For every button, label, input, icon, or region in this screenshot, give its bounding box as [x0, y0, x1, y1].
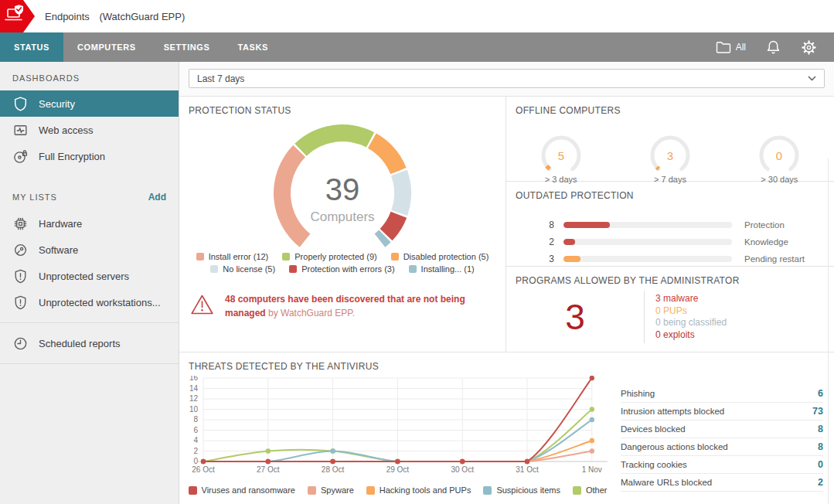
sidebar-item-unprotected-workstations[interactable]: Unprotected workstations... — [0, 289, 179, 315]
protection-status-panel: PROTECTION STATUS 39 Computers Install e… — [179, 97, 506, 352]
unmanaged-computers-warning[interactable]: 48 computers have been discovered that a… — [190, 292, 492, 320]
programs-item-pups[interactable]: 0 PUPs — [655, 305, 727, 318]
programs-allowed-panel: PROGRAMS ALLOWED BY THE ADMINISTRATOR 3 … — [506, 267, 834, 352]
legend-item: Spyware — [308, 485, 354, 495]
scrollbar-track[interactable] — [828, 158, 829, 504]
stat-row-phishing[interactable]: Phishing 6 — [621, 385, 823, 403]
svg-text:28 Oct: 28 Oct — [322, 465, 345, 474]
stat-row-tracking-cookies[interactable]: Tracking cookies 0 — [621, 456, 823, 474]
legend-item: Other — [573, 485, 608, 495]
programs-item-malware[interactable]: 3 malware — [655, 293, 727, 305]
outdated-bar-pending-restart[interactable]: 3 Pending restart — [506, 250, 834, 267]
programs-allowed-breakdown: 3 malware 0 PUPs 0 being classified 0 ex… — [655, 293, 727, 341]
shield-icon — [12, 96, 29, 112]
threats-detected-panel: THREATS DETECTED BY THE ANTIVIRUS 26 Oct… — [179, 352, 834, 504]
sidebar-item-label: Unprotected workstations... — [39, 297, 161, 308]
chevron-down-icon — [808, 76, 816, 81]
notifications-button[interactable] — [766, 39, 781, 55]
tab-status[interactable]: STATUS — [0, 32, 63, 62]
sidebar-item-scheduled-reports[interactable]: Scheduled reports — [0, 330, 179, 356]
legend-item: Disabled protection (5) — [391, 252, 489, 261]
offline-gauge-7-days[interactable]: 3 > 7 days — [615, 135, 724, 184]
group-filter-button[interactable]: All — [716, 40, 746, 54]
svg-text:6: 6 — [193, 426, 198, 434]
bell-icon — [766, 39, 781, 55]
sidebar-item-web-access[interactable]: Web access — [0, 117, 179, 143]
svg-text:30 Oct: 30 Oct — [451, 465, 474, 474]
main-content: Last 7 days PROTECTION STATUS 39 Compute… — [179, 62, 834, 504]
sidebar-item-unprotected-servers[interactable]: Unprotected servers — [0, 263, 179, 289]
threats-chart-legend: Viruses and ransomware Spyware Hacking t… — [179, 485, 616, 495]
legend-item: Installing... (1) — [409, 264, 475, 274]
offline-gauge-3-days[interactable]: 5 > 3 days — [506, 135, 615, 184]
sidebar-item-hardware[interactable]: Hardware — [0, 210, 179, 237]
svg-text:3: 3 — [667, 149, 673, 162]
svg-text:4: 4 — [193, 436, 198, 444]
warning-triangle-icon — [190, 294, 214, 315]
svg-text:0: 0 — [776, 149, 782, 162]
programs-allowed-count[interactable]: 3 — [506, 296, 644, 338]
tab-settings[interactable]: SETTINGS — [150, 32, 224, 62]
svg-text:5: 5 — [557, 149, 563, 162]
svg-text:0: 0 — [193, 457, 198, 465]
shield-alert-icon — [12, 295, 29, 311]
main-nav: STATUS COMPUTERS SETTINGS TASKS All — [0, 32, 834, 62]
time-range-value: Last 7 days — [197, 73, 244, 84]
protection-status-legend: Install error (12) Properly protected (9… — [179, 250, 506, 275]
sidebar-item-label: Scheduled reports — [39, 338, 121, 349]
sidebar-item-security[interactable]: Security — [0, 90, 179, 117]
panel-title: THREATS DETECTED BY THE ANTIVIRUS — [179, 352, 834, 372]
donut-center-label: Computers — [310, 209, 374, 224]
outdated-bar-knowledge[interactable]: 2 Knowledge — [506, 233, 834, 250]
legend-item: Properly protected (9) — [282, 252, 376, 261]
disc-lock-icon — [12, 148, 29, 165]
gear-icon — [801, 39, 817, 56]
tab-tasks[interactable]: TASKS — [223, 32, 281, 62]
svg-text:14: 14 — [189, 384, 199, 393]
panel-title: OUTDATED PROTECTION — [506, 182, 834, 201]
outdated-bar-protection[interactable]: 8 Protection — [506, 216, 834, 233]
programs-item-exploits[interactable]: 0 exploits — [655, 329, 727, 342]
top-bar: Endpoints (WatchGuard EPP) — [0, 0, 834, 32]
panel-title: PROGRAMS ALLOWED BY THE ADMINISTRATOR — [506, 267, 834, 286]
svg-text:29 Oct: 29 Oct — [386, 465, 410, 474]
monitor-pulse-icon — [12, 122, 29, 138]
sidebar-item-label: Full Encryption — [39, 151, 105, 162]
sidebar: DASHBOARDS Security Web access — [0, 62, 179, 504]
svg-text:27 Oct: 27 Oct — [257, 465, 280, 474]
svg-text:1 Nov: 1 Nov — [582, 465, 602, 474]
shield-alert-icon — [12, 268, 29, 284]
panel-title: PROTECTION STATUS — [179, 97, 506, 116]
time-range-select[interactable]: Last 7 days — [189, 69, 825, 88]
add-list-button[interactable]: Add — [148, 192, 166, 203]
panel-title: OFFLINE COMPUTERS — [506, 97, 834, 116]
legend-item: Hacking tools and PUPs — [366, 485, 471, 495]
sidebar-item-software[interactable]: Software — [0, 237, 179, 263]
tab-computers[interactable]: COMPUTERS — [63, 32, 150, 62]
sidebar-item-label: Software — [39, 244, 78, 256]
offline-gauge-30-days[interactable]: 0 > 30 days — [725, 135, 834, 184]
stat-row-dangerous-actions[interactable]: Dangerous actions blocked 8 — [621, 438, 823, 456]
legend-item: Protection with errors (3) — [289, 264, 394, 274]
threat-stats-list: Phishing 6 Intrusion attempts blocked 73… — [621, 385, 823, 492]
disc-icon — [12, 242, 29, 258]
stat-row-devices-blocked[interactable]: Devices blocked 8 — [621, 421, 823, 438]
legend-item: Suspicious items — [483, 485, 560, 495]
dashboards-section-label: DASHBOARDS — [12, 73, 80, 83]
stat-row-intrusion[interactable]: Intrusion attempts blocked 73 — [621, 403, 823, 421]
offline-computers-panel: OFFLINE COMPUTERS 5 > 3 days — [506, 97, 834, 182]
legend-item: No license (5) — [210, 264, 275, 274]
stat-row-malware-urls[interactable]: Malware URLs blocked 2 — [621, 474, 823, 492]
programs-item-being-classified[interactable]: 0 being classified — [655, 317, 727, 329]
sidebar-item-label: Hardware — [39, 218, 82, 230]
threats-line-chart[interactable]: 26 Oct27 Oct28 Oct29 Oct30 Oct31 Oct1 No… — [179, 376, 616, 484]
legend-item: Viruses and ransomware — [189, 485, 295, 495]
filter-bar: Last 7 days — [179, 62, 834, 97]
folder-icon — [716, 40, 731, 54]
svg-text:26 Oct: 26 Oct — [192, 465, 215, 474]
settings-button[interactable] — [801, 39, 817, 56]
sidebar-item-label: Web access — [39, 124, 94, 136]
protection-status-donut-chart[interactable]: 39 Computers — [179, 119, 506, 249]
svg-text:31 Oct: 31 Oct — [516, 465, 539, 474]
sidebar-item-full-encryption[interactable]: Full Encryption — [0, 143, 179, 169]
